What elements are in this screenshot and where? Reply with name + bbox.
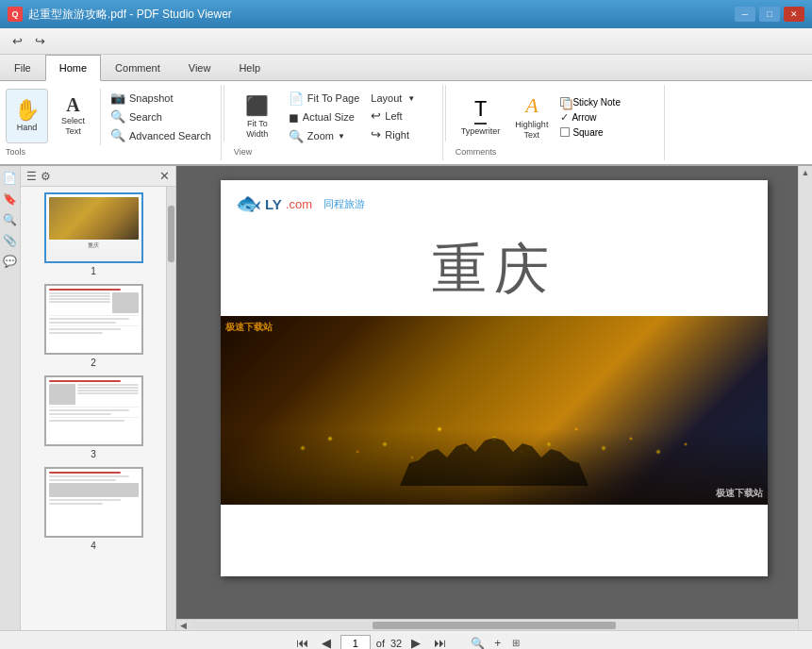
zoom-fit-button[interactable]: ⊞: [512, 638, 520, 648]
zoom-in-button[interactable]: +: [492, 635, 503, 650]
thumbnail-panel: ☰ ⚙ ✕ 重庆 1: [21, 166, 176, 630]
advanced-search-icon: 🔍: [110, 128, 125, 142]
typewriter-button[interactable]: T Typewriter: [456, 90, 506, 144]
logo-subtitle: 同程旅游: [323, 197, 365, 211]
thumbnail-image-4: [44, 467, 143, 538]
highlight-icon: A: [525, 93, 538, 118]
thumbnail-number-4: 4: [91, 541, 96, 551]
first-page-button[interactable]: ⏮: [292, 634, 312, 649]
square-button[interactable]: Square: [557, 126, 623, 139]
logo-ly: LY: [265, 196, 282, 212]
logo-com: .com: [286, 197, 312, 211]
thumb-settings-icon[interactable]: ⚙: [41, 170, 51, 183]
tab-view[interactable]: View: [174, 55, 225, 80]
maximize-button[interactable]: □: [759, 7, 780, 22]
group-separator: [224, 85, 224, 141]
comments-group: T Typewriter A HighlightText 📋 Sticky No…: [448, 85, 665, 160]
thumbnail-item-2[interactable]: 2: [26, 284, 160, 368]
watermark-bottom-right: 极速下载站: [716, 487, 763, 500]
undo-button[interactable]: ↩: [8, 32, 26, 51]
watermark-top-left: 极速下载站: [225, 321, 273, 334]
thumbnail-image-2: [44, 284, 143, 355]
highlight-button[interactable]: A HighlightText: [509, 90, 554, 144]
snapshot-button[interactable]: 📷 Snapshot: [107, 89, 215, 107]
tab-home[interactable]: Home: [45, 55, 101, 81]
left-button[interactable]: ↩ Left: [367, 107, 419, 125]
left-icon: ↩: [371, 108, 381, 123]
fit-to-page-button[interactable]: 📄 Fit To Page: [285, 90, 363, 108]
tab-comment[interactable]: Comment: [101, 55, 174, 80]
pdf-header: 🐟 LY .com 同程旅游: [221, 180, 768, 224]
hand-button[interactable]: ✋ Hand: [6, 89, 48, 143]
tab-help[interactable]: Help: [224, 55, 274, 80]
view-group-label: View: [234, 145, 435, 157]
tools-group: ✋ Hand A SelectText 📷 Snapshot 🔍: [0, 85, 222, 160]
search-button[interactable]: 🔍 Search: [107, 108, 215, 125]
horizontal-scrollbar[interactable]: ◀ ▶: [176, 619, 812, 630]
thumbnail-scrollbar[interactable]: [166, 187, 175, 630]
tools-small-buttons: 📷 Snapshot 🔍 Search 🔍 Advanced Search: [107, 89, 215, 144]
next-page-button[interactable]: ▶: [407, 634, 424, 649]
window-title: 起重型旅游攻略.pdf - PDF Studio Viewer: [28, 7, 232, 23]
last-page-button[interactable]: ⏭: [430, 634, 450, 649]
layout-arrow-icon: ▼: [407, 94, 415, 103]
comments-group-label: Comments: [456, 145, 656, 157]
right-button[interactable]: ↪ Right: [367, 125, 419, 143]
close-button[interactable]: ✕: [784, 7, 804, 22]
redo-button[interactable]: ↪: [30, 32, 49, 51]
select-text-button[interactable]: A SelectText: [52, 89, 94, 143]
scroll-thumb: [373, 622, 616, 629]
zoom-button[interactable]: 🔍 Zoom ▼: [285, 127, 363, 145]
thumbnail-close-button[interactable]: ✕: [159, 169, 170, 183]
ribbon-content: ✋ Hand A SelectText 📷 Snapshot 🔍: [0, 81, 812, 166]
pdf-night-image: 极速下载站 极速下载站: [221, 316, 768, 505]
thumbnail-item-3[interactable]: 3: [26, 375, 160, 459]
scroll-left-arrow[interactable]: ◀: [180, 621, 187, 630]
thumbnail-header: ☰ ⚙ ✕: [21, 166, 175, 187]
navigation-bar: ⏮ ◀ of 32 ▶ ⏭ 🔍 + ⊞: [0, 630, 812, 649]
prev-page-button[interactable]: ◀: [318, 634, 335, 649]
sidebar-attachment-icon[interactable]: 📎: [1, 232, 19, 249]
minimize-button[interactable]: ─: [735, 7, 755, 22]
thumbnail-number-1: 1: [91, 266, 96, 276]
zoom-out-button[interactable]: 🔍: [469, 635, 487, 650]
pdf-page: 🐟 LY .com 同程旅游 重庆 极速下载站 极速下载站: [221, 180, 768, 576]
snapshot-icon: 📷: [110, 91, 125, 105]
arrow-button[interactable]: ✓ Arrow: [557, 110, 623, 125]
layout-button[interactable]: Layout ▼: [367, 91, 419, 106]
thumbnail-number-2: 2: [91, 358, 96, 368]
group-separator2: [445, 85, 446, 141]
thumbnail-list: 重庆 1: [21, 187, 166, 630]
sidebar-page-icon[interactable]: 📄: [1, 170, 19, 187]
comment-small-buttons: 📋 Sticky Note ✓ Arrow Square: [557, 96, 623, 139]
thumbnail-item-4[interactable]: 4: [26, 467, 160, 551]
thumb-menu-icon[interactable]: ☰: [26, 170, 37, 183]
pdf-viewer: 🐟 LY .com 同程旅游 重庆 极速下载站 极速下载站: [176, 166, 812, 630]
fit-to-width-button[interactable]: ⬛ Fit ToWidth: [234, 90, 281, 144]
pdf-chinese-title: 重庆: [221, 224, 768, 316]
ribbon-tabs: File Home Comment View Help: [0, 55, 812, 81]
sidebar-bookmark-icon[interactable]: 🔖: [1, 191, 19, 208]
scroll-up-arrow[interactable]: ▲: [800, 166, 812, 179]
advanced-search-button[interactable]: 🔍 Advanced Search: [107, 126, 215, 144]
view-small-buttons: 📄 Fit To Page ◼ Actual Size 🔍 Zoom ▼: [285, 90, 363, 145]
sticky-note-button[interactable]: 📋 Sticky Note: [557, 96, 623, 108]
current-page-input[interactable]: [340, 635, 371, 650]
sidebar-search-icon[interactable]: 🔍: [1, 211, 19, 228]
separator: [100, 89, 101, 145]
sidebar-icons: 📄 🔖 🔍 📎 💬: [0, 166, 21, 630]
zoom-icon: 🔍: [289, 129, 304, 143]
thumbnail-number-3: 3: [91, 449, 96, 459]
main-area: 📄 🔖 🔍 📎 💬 ☰ ⚙ ✕ 重庆: [0, 166, 812, 630]
layout-buttons: Layout ▼ ↩ Left ↪ Right: [367, 91, 419, 143]
pdf-scroll-area[interactable]: 🐟 LY .com 同程旅游 重庆 极速下载站 极速下载站: [176, 166, 812, 619]
search-icon: 🔍: [110, 109, 125, 124]
actual-size-button[interactable]: ◼ Actual Size: [285, 108, 363, 126]
zoom-dropdown-arrow: ▼: [338, 132, 345, 141]
tab-file[interactable]: File: [0, 55, 45, 80]
thumbnail-item-1[interactable]: 重庆 1: [26, 192, 160, 276]
sidebar-comment-icon[interactable]: 💬: [1, 253, 19, 270]
page-of-label: of: [376, 638, 385, 649]
pdf-right-scrollbar[interactable]: ▲: [798, 166, 812, 630]
app-icon: Q: [8, 7, 23, 22]
